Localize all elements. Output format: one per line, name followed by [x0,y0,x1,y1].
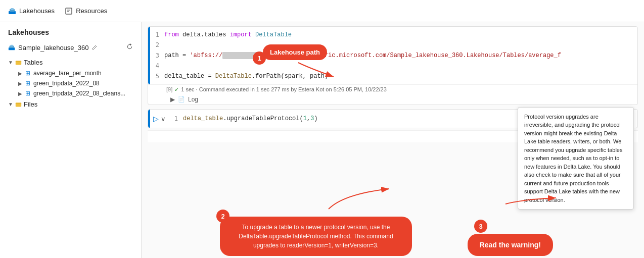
code-line-3: path = 'abfss://████████████████████ dfs… [164,50,637,61]
linenum-2: 2 [155,40,159,50]
code-line-4 [164,61,637,71]
exec-text: 1 sec · Command executed in 1 sec 277 ms… [181,86,387,92]
cell2-code-line-1: delta_table.upgradeTableProtocol(1,3) [183,114,317,124]
code-line-5: delta_table = DeltaTable.forPath(spark, … [164,71,637,81]
table-grid-icon: ⊞ [25,70,30,77]
log-row[interactable]: ▶ 📄 Log [148,94,637,105]
log-expand-icon: ▶ [170,96,175,103]
expand-icon3: ▶ [18,91,22,96]
sidebar-action-icons [126,43,133,51]
cell1-code[interactable]: from delta.tables import DeltaTable path… [164,30,637,81]
lakehouse-name-label: Sample_lakehouse_360 [18,44,89,51]
kw-from: from [164,31,179,38]
refresh-icon[interactable] [126,43,133,51]
tables-group: ▼ Tables ▶ ⊞ average_fare_per_month ▶ [4,57,141,98]
tree-section: ▼ Tables ▶ ⊞ average_fare_per_month ▶ [0,55,141,258]
cell1-code-area: 1 2 3 4 5 from delta.tables import Delta… [150,30,637,81]
svg-rect-10 [16,102,21,107]
upgrade-fn: delta_table [183,115,223,122]
code-text: delta.tables [179,31,230,38]
files-group: ▼ Files [4,98,141,110]
cell1-line-numbers: 1 2 3 4 5 [150,30,164,81]
resources-nav[interactable]: Resources [65,7,107,15]
class-name: DeltaTable [252,31,292,38]
top-bar: Lakehouses Resources [0,0,644,22]
linenum-4: 4 [155,61,159,71]
edit-icon [92,45,97,50]
upgrade-method: .upgradeTableProtocol( [223,115,303,122]
exec-num: [9] [166,86,172,92]
cell2-code[interactable]: delta_table.upgradeTableProtocol(1,3) [183,114,317,124]
table-green-tripdata[interactable]: ▶ ⊞ green_tripdata_2022_08 [4,78,141,88]
linenum-1: 1 [155,30,159,40]
cell2-linenum-1: 1 [174,114,178,124]
cell1-inner: 1 2 3 4 5 from delta.tables import Delta… [150,27,637,84]
code-line-1: from delta.tables import DeltaTable [164,30,637,40]
linenum-3: 3 [155,50,159,61]
table-average-fare[interactable]: ▶ ⊞ average_fare_per_month [4,68,141,78]
run-more-button[interactable]: ∨ [161,115,166,123]
comma: , [307,115,310,122]
table-name-label3: green_tripdata_2022_08_cleans... [33,90,125,97]
lakehouses-icon [8,7,16,15]
lakehouses-label: Lakehouses [19,7,55,15]
callout-2: To upgrade a table to a newer protocol v… [220,217,412,256]
editor-area: 1 2 3 4 5 from delta.tables import Delta… [142,22,644,258]
lakehouse-nav-icon [8,44,15,51]
code-line-2 [164,40,637,50]
resources-icon [65,7,73,15]
kw-import: import [230,31,252,38]
cell2-controls: ▷ ∨ [150,110,169,128]
svg-rect-2 [11,8,14,10]
files-chevron: ▼ [8,101,13,107]
exec-check: ✓ [174,86,179,93]
fn-forpath: .forPath(spark, path) [252,73,328,80]
path-val: 'abfss://████████████████████ dfs.fabric… [190,52,561,59]
run-button[interactable]: ▷ [153,115,159,123]
lakehouse-item: Sample_lakehouse_360 [0,40,141,55]
files-folder-icon [15,101,22,108]
sidebar: Lakehouses Sample_lakehouse_360 [0,22,142,258]
lakehouses-nav[interactable]: Lakehouses [8,7,55,15]
table-grid-icon2: ⊞ [25,80,30,87]
table-name-label2: green_tripdata_2022_08 [33,80,100,87]
log-file-icon: 📄 [178,96,185,102]
main-content: Lakehouses Sample_lakehouse_360 [0,22,644,258]
delta-var: delta_table = [164,73,215,80]
tables-header[interactable]: ▼ Tables [4,57,141,68]
fn-deltaTable: DeltaTable [215,73,252,80]
svg-rect-3 [66,8,72,14]
svg-rect-8 [10,45,13,47]
table-name-label: average_fare_per_month [33,70,102,77]
lakehouse-name[interactable]: Sample_lakehouse_360 [8,44,97,51]
cell2-line-numbers: 1 [169,114,183,124]
table-grid-icon3: ⊞ [25,90,30,97]
expand-icon: ▶ [18,71,22,76]
paren-close: ) [314,115,317,122]
files-label: Files [24,100,37,108]
exec-bar: [9] ✓ 1 sec · Command executed in 1 sec … [148,84,637,94]
resources-label: Resources [76,7,107,15]
warning-text: Protocol version upgrades are irreversib… [524,114,622,203]
cell2-container: ▷ ∨ 1 delta_table.upgradeTableProtocol(1… [148,109,638,128]
expand-icon2: ▶ [18,81,22,86]
arg1: 1 [303,115,307,122]
table-green-tripdata-cleans[interactable]: ▶ ⊞ green_tripdata_2022_08_cleans... [4,88,141,98]
warning-tooltip: Protocol version upgrades are irreversib… [518,107,634,210]
sidebar-title: Lakehouses [0,22,141,40]
callout-3: Read the warning! [468,234,553,256]
svg-rect-9 [16,61,21,65]
annotation-bubble-3: 3 [474,220,487,233]
files-header[interactable]: ▼ Files [4,98,141,110]
path-var: path = [164,52,190,59]
tables-chevron: ▼ [8,60,13,65]
callout-1: Lakehouse path [263,44,327,60]
log-label: Log [188,96,198,103]
tables-label: Tables [24,59,43,66]
tables-folder-icon [15,59,22,66]
cell1-body: 1 2 3 4 5 from delta.tables import Delta… [148,27,637,84]
linenum-5: 5 [155,71,159,81]
code-cell-1: 1 2 3 4 5 from delta.tables import Delta… [148,26,638,105]
